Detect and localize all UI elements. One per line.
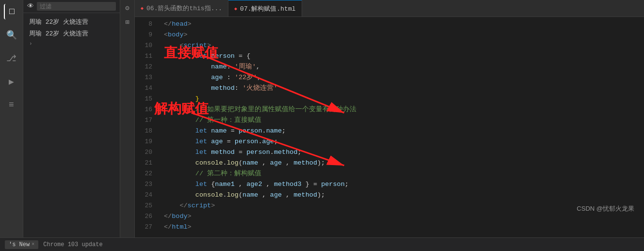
line-num: 27 <box>135 222 152 233</box>
code-line-18: let name = person.name; <box>160 126 644 136</box>
code-line-13: age : '22岁', <box>160 72 644 83</box>
code-line-21: console.log(name , age , method); <box>160 158 644 168</box>
code-line-20: let method = person.method; <box>160 147 644 158</box>
line-num: 9 <box>135 30 152 40</box>
line-num: 16 <box>135 104 152 115</box>
line-num: 18 <box>135 126 152 136</box>
notif-tab-label: 's New <box>9 241 30 248</box>
code-line-10: <script> <box>160 40 644 51</box>
code-line-16: // 如果要把对象里的属性赋值给一个变量有两种办法 <box>160 104 644 115</box>
git-icon[interactable]: ⎇ <box>4 50 19 66</box>
code-line-27: </html> <box>160 222 644 233</box>
line-num: 17 <box>135 115 152 126</box>
code-line-17: // 第一种：直接赋值 <box>160 115 644 126</box>
sidebar-items: 周瑜 22岁 火烧连营 周瑜 22岁 火烧连营 › <box>23 13 120 237</box>
code-line-12: name: '周瑜', <box>160 62 644 72</box>
line-num: 14 <box>135 83 152 94</box>
line-num: 21 <box>135 158 152 168</box>
line-num: 22 <box>135 168 152 179</box>
line-num: 8 <box>135 19 152 30</box>
code-line-26: </body> <box>160 211 644 222</box>
debug-icon[interactable]: ▶ <box>4 74 19 89</box>
search-icon[interactable]: 🔍 <box>4 27 19 43</box>
line-num: 24 <box>135 190 152 201</box>
code-editor: 8 9 10 11 12 13 14 15 16 17 18 19 20 21 … <box>135 17 644 237</box>
notif-update-text: Chrome 103 update <box>43 241 102 248</box>
main-area: □ 🔍 ⎇ ▶ ≡ 👁 周瑜 22岁 火烧连营 周瑜 22岁 火烧连营 › ⚙ … <box>0 0 644 237</box>
tab-dot-0: ◆ <box>141 5 144 11</box>
line-num: 10 <box>135 40 152 51</box>
line-num: 19 <box>135 136 152 147</box>
code-line-14: method: '火烧连营' <box>160 83 644 94</box>
filter-input[interactable] <box>37 2 116 11</box>
settings-icon[interactable]: ⚙ <box>125 4 129 12</box>
notif-close-icon[interactable]: × <box>32 242 34 247</box>
notification-bar: 's New × Chrome 103 update <box>0 237 644 251</box>
tab-label-0: 06.箭头函数的this指... <box>146 4 222 13</box>
explorer-icon[interactable]: □ <box>4 4 19 19</box>
list-item[interactable]: 周瑜 22岁 火烧连营 <box>23 28 120 39</box>
code-line-22: // 第二种：解构赋值 <box>160 168 644 179</box>
tab-dot-1: ◆ <box>234 6 237 12</box>
code-line-25: </script> <box>160 201 644 211</box>
tab-label-1: 07.解构赋值.html <box>240 4 295 13</box>
line-num: 15 <box>135 94 152 104</box>
tab-bar: ◆ 06.箭头函数的this指... ◆ 07.解构赋值.html <box>135 0 644 17</box>
line-num: 12 <box>135 62 152 72</box>
line-num: 20 <box>135 147 152 158</box>
expand-chevron[interactable]: › <box>23 39 120 48</box>
extensions-icon[interactable]: ≡ <box>4 97 19 113</box>
line-num: 11 <box>135 51 152 62</box>
notification-tab[interactable]: 's New × <box>5 240 38 249</box>
code-line-8: </head> <box>160 19 644 30</box>
line-num: 13 <box>135 72 152 83</box>
tab-1[interactable]: ◆ 07.解构赋值.html <box>228 0 302 17</box>
editor-left-icons: ⚙ ⊞ <box>120 0 135 237</box>
code-line-11: let person = { <box>160 51 644 62</box>
grid-icon[interactable]: ⊞ <box>125 18 129 26</box>
code-content[interactable]: </head> <body> <script> let person = { n… <box>160 17 644 237</box>
list-item[interactable]: 周瑜 22岁 火烧连营 <box>23 16 120 28</box>
code-line-23: let {name1 , age2 , method3 } = person; <box>160 179 644 190</box>
sidebar: 👁 周瑜 22岁 火烧连营 周瑜 22岁 火烧连营 › <box>23 0 120 237</box>
line-num: 26 <box>135 211 152 222</box>
line-numbers: 8 9 10 11 12 13 14 15 16 17 18 19 20 21 … <box>135 17 160 237</box>
tab-0[interactable]: ◆ 06.箭头函数的this指... <box>135 0 228 17</box>
line-num: 25 <box>135 201 152 211</box>
line-num: 23 <box>135 179 152 190</box>
code-line-9: <body> <box>160 30 644 40</box>
activity-bar: □ 🔍 ⎇ ▶ ≡ <box>0 0 23 237</box>
eye-icon[interactable]: 👁 <box>27 2 34 10</box>
editor-area: ◆ 06.箭头函数的this指... ◆ 07.解构赋值.html 8 9 10… <box>135 0 644 237</box>
code-line-19: let age = person.age; <box>160 136 644 147</box>
sidebar-top: 👁 <box>23 0 120 13</box>
code-line-15: } <box>160 94 644 104</box>
code-line-24: console.log(name , age , method); <box>160 190 644 201</box>
